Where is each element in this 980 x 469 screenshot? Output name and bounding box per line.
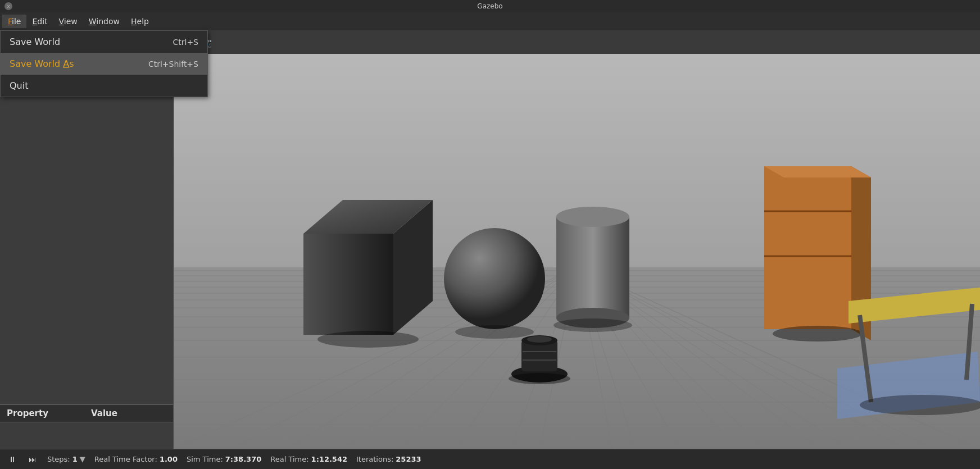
svg-marker-40: [303, 234, 393, 335]
main-layout: ▶ Models ▶ Lights Property Value: [0, 54, 980, 449]
real-time-factor-display: Real Time Factor: 1.00: [94, 455, 178, 463]
menu-view[interactable]: View: [53, 15, 83, 28]
save-world-as-label: Save World As: [10, 58, 74, 69]
menu-file-label: File: [8, 17, 21, 26]
pause-button[interactable]: ⏸: [7, 454, 18, 465]
sim-time-value: 7:38.370: [225, 455, 261, 463]
real-time-value: 1:12.542: [311, 455, 347, 463]
svg-point-60: [860, 395, 980, 415]
svg-rect-46: [556, 217, 629, 318]
menu-window-label: Window: [89, 17, 120, 26]
sim-time-display: Sim Time: 7:38.370: [187, 455, 261, 463]
svg-point-45: [455, 325, 534, 339]
rtf-label: Real Time Factor:: [94, 455, 157, 463]
real-time-display: Real Time: 1:12.542: [270, 455, 347, 463]
menu-view-label: View: [59, 17, 78, 26]
3d-viewport[interactable]: [174, 54, 980, 449]
steps-value: 1: [72, 455, 78, 463]
menu-save-world-as[interactable]: Save World As Ctrl+Shift+S: [1, 53, 207, 75]
scene-svg: [174, 54, 980, 449]
value-column-header: Value: [84, 405, 124, 422]
rtf-value: 1.00: [160, 455, 178, 463]
iterations-value: 25233: [396, 455, 421, 463]
svg-point-47: [556, 207, 629, 227]
property-header: Property Value: [0, 405, 173, 422]
real-time-label: Real Time:: [270, 455, 308, 463]
menu-window[interactable]: Window: [83, 15, 125, 28]
steps-display: Steps: 1 ▼: [47, 455, 85, 463]
quit-label: Quit: [10, 80, 28, 91]
svg-point-67: [509, 373, 570, 384]
menu-save-world[interactable]: Save World Ctrl+S: [1, 31, 207, 53]
save-world-as-shortcut: Ctrl+Shift+S: [148, 60, 198, 69]
menu-quit[interactable]: Quit: [1, 75, 207, 97]
title-bar: × Gazebo: [0, 0, 980, 12]
status-bar: ⏸ ⏭ Steps: 1 ▼ Real Time Factor: 1.00 Si…: [0, 449, 980, 469]
sim-time-label: Sim Time:: [187, 455, 223, 463]
save-world-shortcut: Ctrl+S: [173, 38, 198, 47]
property-column-header: Property: [0, 405, 84, 422]
file-dropdown-menu: Save World Ctrl+S Save World As Ctrl+Shi…: [0, 30, 208, 97]
menu-help-label: Help: [131, 17, 149, 26]
iterations-display: Iterations: 25233: [356, 455, 421, 463]
svg-point-44: [444, 228, 545, 329]
step-button[interactable]: ⏭: [27, 454, 38, 465]
steps-label: Steps:: [47, 455, 70, 463]
menu-edit[interactable]: Edit: [26, 15, 53, 28]
menu-edit-label: Edit: [32, 17, 47, 26]
menu-file[interactable]: File: [2, 15, 26, 28]
svg-point-49: [553, 318, 632, 332]
svg-point-64: [527, 336, 552, 343]
step-down-icon[interactable]: ▼: [80, 455, 85, 463]
window-title: Gazebo: [477, 2, 502, 10]
svg-rect-50: [764, 166, 851, 329]
save-world-label: Save World: [10, 37, 60, 47]
iterations-label: Iterations:: [356, 455, 393, 463]
left-panel: ▶ Models ▶ Lights Property Value: [0, 54, 174, 449]
close-button[interactable]: ×: [4, 2, 12, 10]
svg-point-43: [317, 331, 419, 348]
svg-point-55: [773, 326, 863, 341]
menu-bar: File Edit View Window Help: [0, 12, 980, 30]
property-panel: Property Value: [0, 404, 173, 449]
menu-help[interactable]: Help: [125, 15, 155, 28]
world-tree: ▶ Models ▶ Lights: [0, 54, 173, 404]
